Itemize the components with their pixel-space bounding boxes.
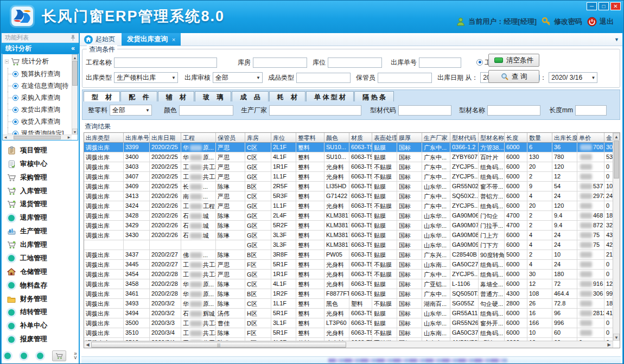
dot-icon[interactable] xyxy=(21,353,27,359)
table-row[interactable]: 调拨出库34092020/2/25长...陈琳B区2R5F整料LI35HD606… xyxy=(84,182,613,191)
maximize-button[interactable]: □ xyxy=(598,2,609,10)
pin-icon[interactable] xyxy=(71,35,75,41)
warehouse-input[interactable] xyxy=(253,58,307,68)
more-menus-button[interactable] xyxy=(52,350,66,361)
column-header[interactable]: 型材代码 xyxy=(450,133,479,142)
table-row[interactable]: 调拨出库34282020/2/26石城陈琳G区2L4F整料KLM38176063… xyxy=(84,211,613,221)
table-row[interactable]: 调拨出库33992020/2/25华原...严思C区2L1F整料SU10...6… xyxy=(84,143,613,152)
table-row[interactable]: 调拨出库35002020/3/3工共工程曹佳D区3L1F整料LT3P606063… xyxy=(84,318,613,328)
sidebar-section-header[interactable]: 统计分析 « xyxy=(2,43,79,54)
order-no-input[interactable] xyxy=(419,58,461,68)
subtab-1[interactable]: 配 件 xyxy=(120,91,157,101)
subtab-6[interactable]: 单 体 型 材 xyxy=(306,91,354,101)
audit-select[interactable]: 全部▼ xyxy=(213,72,263,83)
subtab-2[interactable]: 辅 材 xyxy=(158,91,194,101)
sidebar-item-11[interactable]: 财务管理 xyxy=(7,295,79,304)
tab-shipment-outbound-query[interactable]: 发货出库查询 × xyxy=(122,33,181,46)
column-header[interactable]: 膜厚 xyxy=(397,133,422,142)
sidebar-item-6[interactable]: 生产管理 xyxy=(7,227,79,236)
chevron-more-icon[interactable]: »˅ xyxy=(74,352,77,360)
column-header[interactable]: 工程 xyxy=(181,133,216,142)
sidebar-item-7[interactable]: 出库管理 xyxy=(7,240,79,250)
tab-home[interactable]: 起始页 xyxy=(80,33,122,46)
color-input[interactable] xyxy=(179,105,233,116)
column-header[interactable]: 出库长度 xyxy=(552,133,577,142)
tree-root[interactable]: 统计分析 xyxy=(4,55,71,68)
minimize-button[interactable]: ─ xyxy=(587,2,597,10)
table-row[interactable]: 调拨出库34032020/2/25工共工程严思G区1R1F整料光身料6063-T… xyxy=(84,162,613,172)
whole-part-select[interactable]: 全部▼ xyxy=(110,105,152,116)
close-button[interactable]: ✕ xyxy=(610,2,621,10)
sidebar-item-0[interactable]: 项目管理 xyxy=(7,146,79,155)
sidebar-item-9[interactable]: 仓储管理 xyxy=(7,267,79,277)
column-header[interactable]: 生产厂家 xyxy=(422,133,450,142)
column-header[interactable]: 库房 xyxy=(245,133,271,142)
keeper-input[interactable] xyxy=(378,73,432,83)
tab-close-icon[interactable]: × xyxy=(172,36,175,43)
profile-code-input[interactable] xyxy=(398,105,451,116)
out-type-select[interactable]: 生产领料出库▼ xyxy=(114,72,178,83)
column-header[interactable]: 表面处理 xyxy=(372,133,397,142)
table-row[interactable]: 调拨出库34942020/3/2石辉城汤伟H区5R1F整料光身料6063-T5贴… xyxy=(84,309,613,318)
subtab-4[interactable]: 成 品 xyxy=(232,91,268,101)
table-scrollbar-vertical[interactable]: ▲▼ xyxy=(613,133,620,341)
sidebar-item-2[interactable]: 采购管理 xyxy=(7,173,79,182)
table-row[interactable]: 调拨出库34932020/3/2华原...陈琳C区1L1F整料黑色塑料不贴膜国标… xyxy=(84,299,613,309)
factory-input[interactable] xyxy=(269,105,361,116)
search-button[interactable]: 查 询 xyxy=(488,70,539,83)
dot-icon[interactable] xyxy=(4,353,11,359)
table-row[interactable]: 调拨出库34372020/2/27佛...陈琳B区3R8F整料PW056063-… xyxy=(84,250,613,260)
tree-item-2[interactable]: 采购入库查询 xyxy=(4,92,71,104)
sidebar-item-5[interactable]: 退库管理 xyxy=(7,213,79,222)
table-row[interactable]: 调拨出库34242020/2/26工工程严思G区1L1F整料光身料6063-T5… xyxy=(84,201,613,211)
subtab-5[interactable]: 耗 材 xyxy=(269,91,305,101)
table-row[interactable]: G区3L3F整料KLM38176063-T5贴膜国标山东华...GA90M09.… xyxy=(84,240,613,250)
project-name-input[interactable] xyxy=(114,58,217,68)
product-type-input[interactable] xyxy=(296,73,351,83)
table-row[interactable]: 调拨出库34002020/2/25华原...严思C区4L1F整料SU10...6… xyxy=(84,152,613,162)
date-to-select[interactable]: 2020/ 3/16▼ xyxy=(549,72,597,83)
tree-item-4[interactable]: 收货入库查询 xyxy=(4,116,71,127)
column-header[interactable]: 金 xyxy=(604,133,613,142)
collapse-icon[interactable]: « xyxy=(71,44,75,52)
column-header[interactable]: 材质 xyxy=(349,133,372,142)
tree-item-3[interactable]: 发货出库查询 xyxy=(4,104,71,116)
tree-scrollbar-horizontal[interactable]: ◀▶ xyxy=(3,135,72,140)
sidebar-item-4[interactable]: 退货管理 xyxy=(7,200,79,209)
sidebar-item-3[interactable]: 入库管理 xyxy=(7,187,79,196)
column-header[interactable]: 出库单号 xyxy=(124,133,150,142)
table-row[interactable]: 调拨出库34292020/2/26石城陈琳G区5R2F整料KLM38176063… xyxy=(84,221,613,231)
tree-item-0[interactable]: 预算执行查询 xyxy=(4,68,71,80)
length-input[interactable] xyxy=(575,105,607,116)
sidebar-item-1[interactable]: 审核中心 xyxy=(7,159,79,169)
tree-item-1[interactable]: 在途信息查询[待 xyxy=(4,80,71,92)
profile-name-input[interactable] xyxy=(487,105,540,116)
column-header[interactable]: 库位 xyxy=(271,133,296,142)
column-header[interactable]: 出库类型 xyxy=(84,133,124,142)
table-row[interactable]: 调拨出库34072020/2/25工共工程严思G区1L1F整料光身料6063-T… xyxy=(84,172,613,182)
column-header[interactable]: 整零料 xyxy=(296,133,324,142)
subtab-3[interactable]: 玻 璃 xyxy=(195,91,231,101)
tree-item-5[interactable]: 退货查询[待定] xyxy=(4,127,71,135)
logout-button[interactable]: 退出 xyxy=(587,17,614,27)
table-row[interactable]: 调拨出库34452020/2/27工共工程严思F区5R1F整料光身料6063-T… xyxy=(84,260,613,270)
sidebar-item-12[interactable]: 结转管理 xyxy=(7,308,79,317)
sidebar-item-14[interactable]: 报废管理 xyxy=(7,335,79,344)
column-header[interactable]: 型材名称 xyxy=(479,133,505,142)
table-row[interactable]: 调拨出库34132020/2/26南...严思C区5R3F整料G71422606… xyxy=(84,191,613,201)
table-scrollbar-horizontal[interactable]: ◀▶ xyxy=(84,341,613,348)
subtab-7[interactable]: 隔 热 条 xyxy=(354,91,394,101)
table-row[interactable]: 调拨出库34612020/2/28华原...陈琳B区1R2F整料F8877FT6… xyxy=(84,289,613,299)
tree-expander-icon[interactable] xyxy=(5,60,9,63)
tree-scrollbar-vertical[interactable]: ▲▼ xyxy=(72,54,78,135)
dot-icon[interactable] xyxy=(37,353,43,359)
sidebar-item-10[interactable]: 物料盘存 xyxy=(7,281,79,290)
table-row[interactable]: 调拨出库34582020/2/28华原...陈琳C区4L1F整料光身料6063-… xyxy=(84,279,613,289)
subtab-0[interactable]: 型 材 xyxy=(84,91,120,101)
tab-overflow-icon[interactable]: ▼ xyxy=(614,37,619,42)
column-header[interactable]: 单价 xyxy=(577,133,604,142)
column-header[interactable]: 保管员 xyxy=(216,133,245,142)
sidebar-item-13[interactable]: 补单中心 xyxy=(7,321,79,330)
column-header[interactable]: 长度 xyxy=(505,133,527,142)
change-password-button[interactable]: 修改密码 xyxy=(542,17,582,27)
